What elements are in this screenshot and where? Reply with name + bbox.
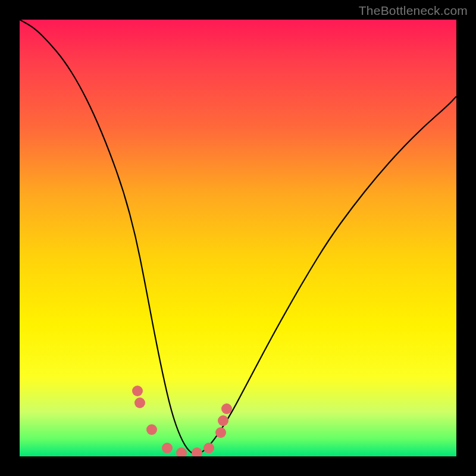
marker-dot bbox=[221, 403, 232, 414]
marker-dot bbox=[134, 397, 145, 408]
marker-dot bbox=[162, 443, 173, 453]
plot-area bbox=[20, 20, 456, 456]
marker-group bbox=[132, 386, 232, 456]
marker-dot bbox=[132, 386, 143, 396]
chart-frame: TheBottleneck.com bbox=[0, 0, 476, 476]
marker-dot bbox=[203, 443, 214, 453]
marker-dot bbox=[218, 415, 228, 426]
watermark-text: TheBottleneck.com bbox=[359, 4, 468, 18]
marker-dot bbox=[215, 427, 226, 438]
marker-dot bbox=[146, 424, 157, 435]
marker-dot bbox=[192, 447, 202, 456]
chart-svg bbox=[20, 20, 456, 456]
marker-dot bbox=[176, 447, 187, 456]
main-curve bbox=[20, 20, 456, 454]
